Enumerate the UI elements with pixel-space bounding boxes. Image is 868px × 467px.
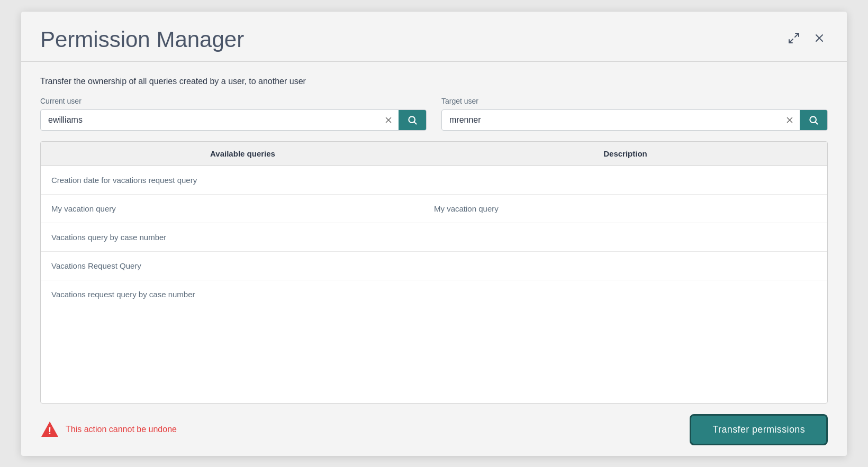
clear-icon (384, 115, 393, 125)
close-icon (813, 32, 826, 44)
svg-line-7 (414, 122, 417, 124)
col-description-header: Description (434, 149, 817, 158)
row-description: My vacation query (434, 204, 817, 213)
svg-line-11 (816, 122, 818, 124)
search-icon (407, 115, 418, 125)
current-user-input-wrapper (40, 109, 427, 131)
table-row: Vacations Request Query (41, 252, 827, 280)
target-user-clear-button[interactable] (780, 110, 800, 130)
table-row: My vacation query My vacation query (41, 195, 827, 223)
row-query-name: My vacation query (51, 204, 434, 213)
header-actions (785, 26, 828, 47)
page-title: Permission Manager (40, 26, 244, 53)
modal-footer: ! This action cannot be undone Transfer … (21, 404, 847, 456)
col-available-header: Available queries (51, 149, 434, 158)
table-header: Available queries Description (41, 142, 827, 166)
row-query-name: Vacations Request Query (51, 261, 434, 270)
svg-text:!: ! (48, 426, 51, 436)
target-user-input-wrapper (441, 109, 828, 131)
expand-button[interactable] (785, 30, 802, 47)
table-row: Creation date for vacations request quer… (41, 166, 827, 195)
warning-icon: ! (40, 420, 59, 439)
current-user-search-button[interactable] (399, 110, 426, 130)
target-user-label: Target user (441, 97, 828, 105)
search-icon-2 (808, 115, 819, 125)
description-text: Transfer the ownership of all queries cr… (40, 77, 828, 86)
svg-line-0 (795, 33, 799, 37)
current-user-group: Current user (40, 97, 427, 131)
table-body: Creation date for vacations request quer… (41, 166, 827, 403)
row-query-name: Vacations query by case number (51, 233, 434, 242)
target-user-input[interactable] (442, 110, 780, 130)
modal-body: Transfer the ownership of all queries cr… (21, 62, 847, 404)
current-user-input[interactable] (41, 110, 378, 130)
warning-section: ! This action cannot be undone (40, 420, 177, 439)
target-user-group: Target user (441, 97, 828, 131)
current-user-label: Current user (40, 97, 427, 105)
warning-text: This action cannot be undone (66, 425, 177, 434)
clear-icon-2 (785, 115, 794, 125)
queries-table: Available queries Description Creation d… (40, 141, 828, 404)
modal-header: Permission Manager (21, 12, 847, 62)
modal-container: Permission Manager Transfer the ownershi… (21, 12, 847, 456)
svg-line-1 (789, 39, 793, 43)
table-row: Vacations query by case number (41, 223, 827, 252)
current-user-clear-button[interactable] (378, 110, 399, 130)
target-user-search-button[interactable] (800, 110, 827, 130)
table-row: Vacations request query by case number (41, 280, 827, 308)
expand-icon (788, 32, 800, 44)
close-button[interactable] (811, 30, 828, 47)
row-query-name: Vacations request query by case number (51, 290, 434, 299)
user-fields-row: Current user (40, 97, 828, 131)
row-query-name: Creation date for vacations request quer… (51, 176, 434, 185)
transfer-permissions-button[interactable]: Transfer permissions (690, 414, 828, 445)
